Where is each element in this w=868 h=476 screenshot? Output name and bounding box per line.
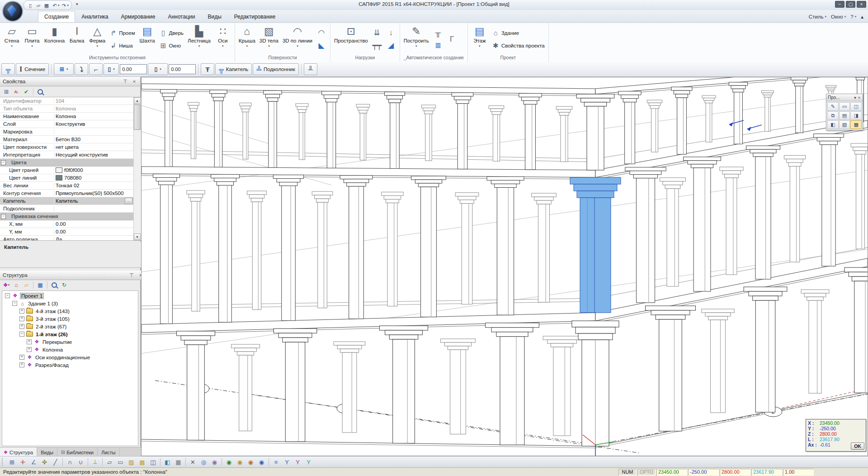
collapse-ribbon-icon[interactable]: ▴ <box>861 14 863 20</box>
column-mode-button[interactable]: ╦ <box>1 63 15 75</box>
menu-help[interactable]: ?▾ <box>850 14 856 19</box>
filter-type-icon[interactable]: Y <box>282 457 292 466</box>
view-hidden-icon[interactable]: ▭ <box>115 457 126 466</box>
point-load-icon[interactable]: ↓ <box>385 29 397 38</box>
view-textured-icon[interactable]: ▩ <box>137 457 147 466</box>
property-row[interactable]: Авто подрезкаДа <box>0 236 134 241</box>
property-value[interactable]: Тонкая 02 <box>54 183 134 188</box>
select-mode-button[interactable]: ✎ <box>827 102 839 111</box>
property-row[interactable]: Подколонник <box>0 205 134 213</box>
tree-item[interactable]: +❖Колонна <box>2 346 138 353</box>
property-value[interactable]: Капитель... <box>54 198 134 204</box>
filter-check-icon[interactable]: ✔ <box>22 88 31 96</box>
add-floor-icon[interactable]: ▱ <box>22 281 31 290</box>
filter-color-icon[interactable]: Y <box>292 457 303 466</box>
tab-создание[interactable]: Создание <box>38 11 75 22</box>
dome-icon[interactable]: ◠ <box>315 29 328 38</box>
ribbon-button-beam[interactable]: ΙБалка <box>67 24 86 54</box>
magnet-on-icon[interactable]: ∩ <box>65 457 75 466</box>
expand-icon[interactable]: + <box>19 309 24 314</box>
property-row[interactable]: Цвет поверхностинет цвета <box>0 143 134 151</box>
app-logo-button[interactable] <box>2 1 23 22</box>
property-grid-scrollbar[interactable]: ▲ ▼ <box>133 97 141 240</box>
close-icon[interactable]: × <box>857 95 861 100</box>
tree-item[interactable]: +3-й этаж (105) <box>2 315 138 323</box>
tree-item[interactable]: +❖Перекрытие <box>2 338 138 346</box>
clip-icon[interactable]: ✕ <box>188 457 198 466</box>
menu-Стиль[interactable]: Стиль▾ <box>809 14 826 19</box>
property-row[interactable]: СлойКонструктив <box>0 120 134 128</box>
property-value[interactable]: Колонна <box>54 106 134 111</box>
property-value[interactable]: Да <box>54 237 134 241</box>
property-value[interactable]: 708080 <box>54 175 134 181</box>
expand-icon[interactable]: + <box>19 324 24 329</box>
ribbon-button-stairs[interactable]: ▙Лестница▾ <box>186 24 212 54</box>
filter-custom-icon[interactable]: Y <box>303 457 314 466</box>
orbit-icon[interactable]: ◉ <box>209 457 220 466</box>
snap-point-icon[interactable]: ✜ <box>39 457 50 466</box>
pin-height-button[interactable]: Ŧ <box>201 63 214 75</box>
project-node-icon[interactable]: ❖▾ <box>2 281 11 290</box>
property-value[interactable]: Прямоугольник(S0) 500x500 <box>54 190 134 196</box>
ribbon-button-build-trowel[interactable]: ✎Построить▾ <box>402 24 430 54</box>
grid-view-icon[interactable]: ▦ <box>36 281 45 290</box>
property-row[interactable]: Цвет линий708080 <box>0 174 134 182</box>
corbel-icon[interactable]: ◣ <box>315 41 328 50</box>
property-value[interactable]: Колонна <box>54 114 134 119</box>
tree-item[interactable]: −1-й этаж (26) <box>2 330 138 338</box>
tree-item[interactable]: +2-й этаж (67) <box>2 323 138 330</box>
add-building-icon[interactable]: ⌂ <box>12 281 21 290</box>
ribbon-button-wall[interactable]: ▱Стена▾ <box>2 24 21 54</box>
crane-icon[interactable]: Γ <box>446 35 458 44</box>
property-row[interactable]: Маркировка <box>0 128 134 136</box>
ribbon-button-opening[interactable]: ↱Проем <box>108 29 136 38</box>
tab-виды[interactable]: Виды <box>201 11 227 22</box>
orbit-view-button[interactable]: ◫ <box>850 102 862 111</box>
property-value[interactable]: 104 <box>54 98 134 104</box>
tree-item[interactable]: +❖Разрез/Фасад <box>2 361 138 369</box>
distributed-load-icon[interactable]: ⇊ <box>371 29 383 38</box>
viewport-canvas[interactable]: ВБ2 <box>142 77 868 456</box>
render-mode-button[interactable]: ▩ <box>850 120 862 129</box>
expand-icon[interactable]: + <box>27 339 32 344</box>
property-row[interactable]: НаименованиеКолонна <box>0 113 134 120</box>
expand-icon[interactable]: + <box>19 362 24 367</box>
property-row[interactable]: Цвет гранейf0f0f000 <box>0 167 134 174</box>
selection-grid-icon[interactable]: ⊞ <box>7 457 17 466</box>
property-row[interactable]: Идентификатор104 <box>0 97 134 105</box>
expand-icon[interactable]: + <box>19 316 24 321</box>
ribbon-button-storey[interactable]: ▤Этаж▾ <box>470 24 489 54</box>
capital-flip-button[interactable]: ╨ <box>304 63 317 75</box>
property-value[interactable]: Бетон B30 <box>54 137 134 142</box>
property-row[interactable]: X, мм0.00 <box>0 220 134 228</box>
zoom-window-button[interactable]: ⧉ <box>827 111 839 120</box>
close-button[interactable]: × <box>857 1 866 8</box>
visibility-all-icon[interactable]: ◉ <box>224 457 234 466</box>
visibility-layer-icon[interactable]: ◉ <box>235 457 245 466</box>
floors-stack-icon[interactable]: ≣ <box>432 41 444 50</box>
property-row[interactable]: −Привязка сечения <box>0 213 134 220</box>
minimize-button[interactable]: − <box>835 1 844 8</box>
ribbon-button-niche[interactable]: ↲Ниша <box>108 41 136 50</box>
status-toggle-орто[interactable]: ОРТО <box>637 469 656 476</box>
scrollbar-thumb[interactable] <box>134 105 141 130</box>
property-row[interactable]: КапительКапитель... <box>0 197 134 205</box>
tab-аналитика[interactable]: Аналитика <box>75 11 114 22</box>
offset-x-combo[interactable]: ▯▾ <box>104 63 119 75</box>
scroll-down-icon[interactable]: ▼ <box>134 233 141 240</box>
menu-Окно[interactable]: Окно▾ <box>831 14 846 19</box>
ribbon-button-axes-grid[interactable]: ∷Оси▾ <box>213 24 232 54</box>
strip-load-icon[interactable]: ┯┯ <box>371 41 383 50</box>
expand-icon[interactable]: + <box>19 355 24 360</box>
pin-icon[interactable]: ⊤ <box>122 79 128 85</box>
insertion-point-button[interactable]: ⊞▾ <box>54 63 74 75</box>
view-wireframe-icon[interactable]: ▱ <box>104 457 115 466</box>
iso-view-button[interactable]: ▧ <box>839 120 850 129</box>
pan-view-button[interactable]: ▭ <box>839 102 850 111</box>
panel-tab-структура[interactable]: ❖Структура <box>0 447 37 456</box>
align-section-button[interactable]: ⌐ <box>89 63 103 75</box>
panel-tab-библиотеки[interactable]: ⊟Библиотеки <box>57 447 98 456</box>
toolbar-grip[interactable] <box>2 458 5 466</box>
find-icon[interactable] <box>50 281 59 290</box>
tree-item[interactable]: +4-й этаж (143) <box>2 307 138 315</box>
